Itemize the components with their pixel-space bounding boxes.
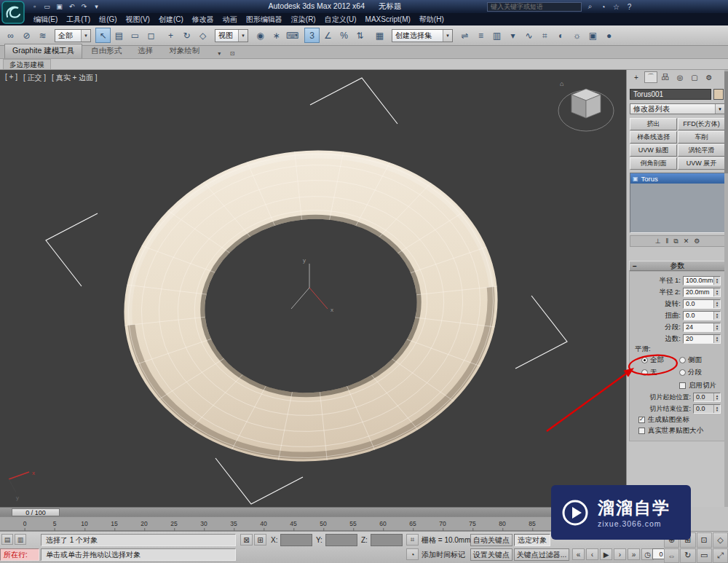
smooth-option-1[interactable]: 侧面 — [679, 355, 724, 365]
menu-item-6[interactable]: 动画 — [218, 13, 242, 26]
select-manipulate-icon[interactable]: ∗ — [269, 28, 284, 43]
time-slider-track[interactable]: 0 / 100 — [0, 507, 627, 516]
selection-filter-dropdown[interactable]: 全部▼ — [55, 29, 91, 42]
viewport[interactable]: y x x y [ + ] [ 正交 ] [ 真实 + 边面 ] ⌂ — [0, 70, 627, 507]
stack-item-torus[interactable]: ▣ Torus — [630, 173, 724, 184]
keyboard-override-icon[interactable]: ⌨ — [285, 28, 300, 43]
unlink-selection-icon[interactable]: ⊘ — [19, 28, 34, 43]
redo-icon[interactable]: ↷ — [79, 1, 90, 12]
favorites-star-icon[interactable]: ☆ — [611, 1, 622, 12]
smooth-option-2[interactable]: 无 — [641, 368, 679, 377]
pin-stack-icon[interactable]: ⊥ — [655, 237, 661, 245]
spinner-arrows-icon[interactable]: ▴▾ — [713, 277, 720, 285]
go-to-end-icon[interactable]: » — [628, 548, 640, 560]
modifier-preset-button[interactable]: 车削 — [678, 131, 725, 143]
enable-slice-row[interactable]: 启用切片 — [631, 380, 724, 391]
absolute-offset-mode-icon[interactable]: ⊞ — [254, 534, 266, 546]
smooth-option-3[interactable]: 分段 — [679, 368, 724, 377]
remove-modifier-icon[interactable]: ✕ — [684, 237, 689, 245]
add-time-tag-label[interactable]: 添加时间标记 — [422, 548, 465, 561]
modify-tab-icon[interactable]: ⌒ — [644, 71, 657, 83]
scrollbar-thumb[interactable] — [724, 71, 728, 173]
select-rotate-icon[interactable]: ↻ — [179, 28, 194, 43]
orbit-icon[interactable]: ↻ — [680, 548, 695, 563]
enable-slice-checkbox[interactable] — [679, 382, 686, 389]
curve-editor-icon[interactable]: ∿ — [521, 28, 537, 43]
menu-item-7[interactable]: 图形编辑器 — [242, 13, 287, 26]
select-scale-icon[interactable]: ◇ — [195, 28, 210, 43]
pan-icon[interactable]: ⇔ — [664, 548, 679, 563]
y-coordinate-field[interactable] — [325, 534, 357, 546]
rectangular-region-icon[interactable]: ▭ — [127, 28, 143, 43]
real-world-checkbox[interactable] — [638, 428, 645, 434]
radio-button[interactable] — [641, 357, 648, 363]
ribbon-tab-object-paint[interactable]: 对象绘制 — [162, 44, 207, 58]
auto-key-button[interactable]: 自动关键点 — [470, 534, 513, 546]
save-file-icon[interactable]: ▣ — [54, 1, 65, 12]
angle-snap-icon[interactable]: ∠ — [320, 28, 336, 43]
selection-lock-toggle-icon[interactable]: ⊠ — [240, 534, 253, 546]
parameters-rollout-header[interactable]: − 参数 — [629, 261, 726, 271]
maximize-viewport-icon[interactable]: ⤢ — [713, 548, 728, 563]
panel-scrollbar[interactable] — [724, 70, 728, 507]
time-slider-handle[interactable]: 0 / 100 — [12, 508, 60, 516]
object-name-field[interactable]: Torus001 — [630, 89, 711, 100]
maxscript-mini-listener-icon[interactable]: ▤ — [1, 534, 13, 545]
param-spinner-field[interactable]: 0.0▴▾ — [683, 299, 721, 309]
named-selection-sets-dropdown[interactable]: 创建选择集▼ — [392, 29, 453, 42]
menu-item-3[interactable]: 视图(V) — [122, 13, 154, 26]
mirror-icon[interactable]: ⇌ — [457, 28, 472, 43]
select-and-link-icon[interactable]: ∞ — [3, 28, 18, 43]
zoom-region-icon[interactable]: ▭ — [697, 548, 712, 563]
param-spinner-field[interactable]: 20▴▾ — [683, 334, 721, 344]
param-spinner-field[interactable]: 0.0▴▾ — [683, 311, 721, 320]
smooth-option-0[interactable]: 全部 — [641, 355, 679, 365]
display-tab-icon[interactable]: ▢ — [688, 71, 701, 83]
edit-named-selections-icon[interactable]: ▦ — [372, 28, 387, 43]
object-color-swatch[interactable] — [713, 89, 724, 100]
param-spinner-field[interactable]: 100.0mm▴▾ — [683, 276, 721, 286]
align-icon[interactable]: ≡ — [473, 28, 488, 43]
material-editor-icon[interactable]: ◐ — [553, 28, 569, 43]
layer-manager-icon[interactable]: ▥ — [489, 28, 505, 43]
communication-center-icon[interactable]: ◔ — [598, 1, 609, 12]
spinner-arrows-icon[interactable]: ▴▾ — [713, 335, 720, 343]
macro-recorder-icon[interactable]: ▥ — [15, 534, 26, 545]
ribbon-minimize-icon[interactable]: ▾ — [214, 50, 224, 57]
modifier-list-dropdown[interactable]: 修改器列表 ▼ — [630, 103, 725, 114]
snap-toggle-3d-icon[interactable]: 3 — [304, 28, 320, 43]
previous-frame-icon[interactable]: ‹ — [586, 548, 598, 560]
grid-settings-icon[interactable]: ⌗ — [406, 534, 419, 546]
param-spinner-field[interactable]: 0.0▴▾ — [693, 404, 721, 414]
spinner-arrows-icon[interactable]: ▴▾ — [713, 312, 720, 320]
modifier-preset-button[interactable]: UVW 贴图 — [630, 144, 677, 157]
undo-icon[interactable]: ↶ — [66, 1, 77, 12]
create-tab-icon[interactable]: + — [630, 71, 643, 83]
x-coordinate-field[interactable] — [280, 534, 312, 546]
ribbon-toggle-icon[interactable]: ▾ — [505, 28, 521, 43]
configure-modifier-sets-icon[interactable]: ⚙ — [694, 237, 700, 245]
spinner-arrows-icon[interactable]: ▴▾ — [713, 300, 720, 308]
key-filters-button[interactable]: 关键点过滤器... — [514, 548, 569, 561]
menu-item-1[interactable]: 工具(T) — [62, 13, 95, 26]
play-animation-icon[interactable]: ▶ — [600, 548, 612, 560]
z-coordinate-field[interactable] — [371, 534, 403, 546]
viewport-canvas[interactable]: y x x y — [0, 70, 627, 507]
help-icon[interactable]: ? — [624, 1, 635, 12]
modifier-stack[interactable]: ▣ Torus — [630, 173, 725, 233]
go-to-start-icon[interactable]: « — [572, 548, 585, 560]
spinner-snap-icon[interactable]: ⇅ — [352, 28, 368, 43]
select-by-name-icon[interactable]: ▤ — [111, 28, 127, 43]
radio-button[interactable] — [641, 369, 648, 376]
ribbon-pin-icon[interactable]: ⊡ — [227, 50, 237, 57]
spinner-arrows-icon[interactable]: ▴▾ — [713, 323, 720, 331]
viewcube[interactable]: ⌂ — [555, 76, 617, 138]
show-end-result-icon[interactable]: ‖ — [666, 237, 669, 245]
render-setup-icon[interactable]: ☼ — [569, 28, 585, 43]
menu-item-11[interactable]: 帮助(H) — [415, 13, 448, 26]
window-crossing-icon[interactable]: ◻ — [143, 28, 159, 43]
menu-item-5[interactable]: 修改器 — [188, 13, 218, 26]
modifier-preset-button[interactable]: 挤出 — [630, 118, 677, 130]
polygon-modeling-panel-tab[interactable]: 多边形建模 — [3, 59, 51, 69]
spinner-arrows-icon[interactable]: ▴▾ — [713, 405, 720, 413]
